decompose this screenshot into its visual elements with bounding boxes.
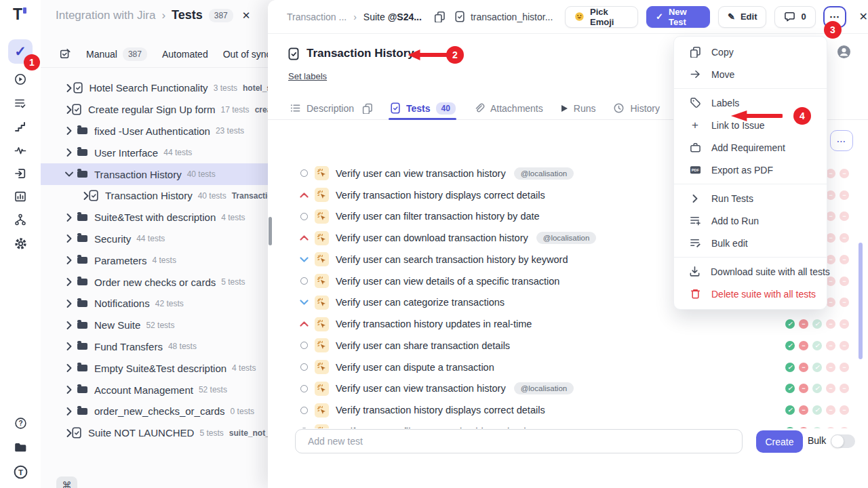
copy-icon[interactable] [362,103,373,114]
status-passed-muted-icon[interactable] [812,319,822,329]
tree-row-selected[interactable]: Transaction History40 tests [41,163,271,185]
menu-item-run-tests[interactable]: Run Tests [674,187,827,209]
status-failed-muted-icon[interactable] [840,298,849,307]
tree-row[interactable]: fixed -User Authentication23 tests [41,121,271,142]
status-passed-icon[interactable] [785,384,795,393]
tree-row[interactable]: Fund Transfers48 tests [41,336,271,358]
chevron-right-icon[interactable] [66,407,77,415]
tree-row[interactable]: Hotel Search Functionality3 testshotel_s [41,77,271,99]
close-drawer-icon[interactable]: ✕ [859,10,868,23]
menu-item-copy[interactable]: Copy [674,41,827,63]
tree-row[interactable]: Parameters4 tests [41,249,271,271]
tab-history[interactable]: History [613,102,660,114]
status-failed-muted-icon[interactable] [826,363,835,372]
import-nav-icon[interactable] [8,161,33,186]
test-plans-nav-icon[interactable] [8,91,33,115]
status-failed-muted-icon[interactable] [826,277,835,286]
app-logo[interactable]: T [13,5,22,24]
chevron-right-icon[interactable] [66,235,77,243]
tree-row[interactable]: Security44 tests [41,228,271,250]
tab-tests[interactable]: Tests40 [391,102,456,115]
chevron-right-icon[interactable] [66,256,77,264]
tree-row[interactable]: Order new checks or cards5 tests [41,271,271,293]
priority-low-icon[interactable] [298,300,310,305]
chevron-right-icon[interactable] [66,321,77,329]
tree-row[interactable]: Empty Suite&Test description4 tests [41,357,271,379]
status-passed-muted-icon[interactable] [812,405,822,415]
status-failed-muted-icon[interactable] [840,233,849,243]
suite-file-name[interactable]: transaction_histor... [471,12,553,22]
priority-high-icon[interactable] [298,235,310,241]
priority-normal-icon[interactable] [298,363,310,371]
tree-row[interactable]: Create regular Sign Up form17 testscrea [41,99,271,121]
status-failed-muted-icon[interactable] [840,169,849,178]
edit-button[interactable]: ✎Edit [718,6,766,28]
test-row[interactable]: Verify transaction history displays corr… [268,399,868,421]
menu-item-export-pdf[interactable]: Export as PDF [674,159,827,181]
tab-automated[interactable]: Automated [162,49,208,60]
status-failed-muted-icon[interactable] [826,319,835,329]
breadcrumb-suite-parent[interactable]: Transaction ... [287,12,347,22]
priority-normal-icon[interactable] [298,385,310,392]
tree-row[interactable]: Suite&Test with description4 tests [41,207,271,228]
tab-description[interactable]: Description [290,102,373,114]
status-failed-muted-icon[interactable] [826,169,835,178]
test-row[interactable]: Verify user can dispute a transaction [268,357,868,378]
status-passed-icon[interactable] [785,405,795,415]
status-failed-muted-icon[interactable] [826,190,835,200]
status-failed-muted-icon[interactable] [826,211,835,221]
priority-high-icon[interactable] [298,321,310,327]
status-failed-muted-icon[interactable] [826,298,835,307]
status-failed-icon[interactable] [799,319,808,329]
keyboard-shortcut-button[interactable]: ⌘ [56,476,77,488]
status-failed-muted-icon[interactable] [840,277,849,286]
tab-manual[interactable]: Manual387 [86,47,147,61]
chevron-right-icon[interactable] [66,278,77,286]
select-icon[interactable] [60,48,71,60]
status-failed-muted-icon[interactable] [840,384,849,393]
tree-row[interactable]: Suite NOT LAUNCHED5 testssuite_not_la [41,422,271,444]
chevron-right-icon[interactable] [83,192,89,200]
user-avatar[interactable] [837,45,850,58]
branches-nav-icon[interactable] [8,207,33,232]
status-failed-muted-icon[interactable] [840,255,849,264]
comments-button[interactable]: 0 [774,6,815,28]
toggle-knob[interactable] [831,434,844,448]
settings-gear-icon[interactable] [8,231,33,256]
tree-row[interactable]: New Suite52 tests [41,314,271,336]
tree-row[interactable]: order_new_checks_or_cards0 tests [41,401,271,422]
status-failed-icon[interactable] [799,384,808,393]
chevron-right-icon[interactable] [66,84,73,92]
test-row[interactable]: Verify transaction history updates in re… [268,313,868,335]
priority-normal-icon[interactable] [298,169,310,177]
menu-item-delete-suite[interactable]: Delete suite with all tests [674,283,827,305]
menu-item-add-requirement[interactable]: Add Requirement [674,136,827,159]
chevron-right-icon[interactable] [66,386,77,394]
set-labels-link[interactable]: Set labels [288,71,327,81]
tree-row[interactable]: User Interface44 tests [41,142,271,163]
priority-normal-icon[interactable] [298,213,310,220]
tree-row[interactable]: Transaction History40 testsTransactio [41,185,271,207]
status-passed-muted-icon[interactable] [812,363,822,372]
menu-item-add-to-run[interactable]: Add to Run [674,209,827,232]
tree-row[interactable]: Notifications42 tests [41,293,271,314]
status-passed-muted-icon[interactable] [812,384,822,393]
menu-item-download-suite[interactable]: Download suite with all tests [674,260,827,283]
status-passed-icon[interactable] [785,319,795,329]
list-more-button[interactable]: ⋯ [830,130,853,151]
priority-normal-icon[interactable] [298,342,310,349]
chevron-right-icon[interactable] [66,214,77,222]
workspace-avatar[interactable] [8,460,33,484]
tree-scrollbar[interactable] [269,217,272,245]
tab-out-of-sync[interactable]: Out of sync [223,49,271,60]
status-failed-muted-icon[interactable] [840,319,849,329]
chevron-right-icon[interactable] [66,106,72,114]
pick-emoji-button[interactable]: Pick Emoji [565,6,638,28]
priority-normal-icon[interactable] [298,407,310,414]
milestones-nav-icon[interactable] [8,115,33,139]
test-row[interactable]: Verify user can share transaction detail… [268,335,868,357]
pulse-nav-icon[interactable] [8,138,33,163]
status-failed-muted-icon[interactable] [840,190,849,200]
chevron-down-icon[interactable] [66,170,77,178]
menu-item-move[interactable]: Move [674,63,827,85]
